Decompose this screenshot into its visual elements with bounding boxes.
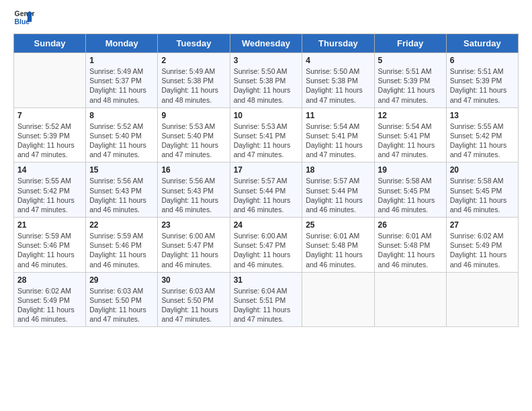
day-info: Sunrise: 5:52 AM Sunset: 5:39 PM Dayligh…	[17, 122, 82, 160]
day-of-week-header: Wednesday	[230, 34, 302, 53]
day-number: 24	[234, 220, 299, 230]
calendar-cell: 12Sunrise: 5:54 AM Sunset: 5:41 PM Dayli…	[374, 107, 446, 163]
day-number: 11	[306, 111, 370, 120]
day-of-week-header: Thursday	[302, 34, 374, 53]
day-info: Sunrise: 5:54 AM Sunset: 5:41 PM Dayligh…	[306, 122, 370, 160]
day-info: Sunrise: 5:49 AM Sunset: 5:37 PM Dayligh…	[89, 66, 154, 105]
day-info: Sunrise: 6:00 AM Sunset: 5:47 PM Dayligh…	[161, 231, 226, 269]
day-of-week-header: Saturday	[446, 34, 518, 53]
day-number: 1	[89, 56, 154, 65]
day-number: 15	[89, 165, 154, 175]
calendar-cell: 11Sunrise: 5:54 AM Sunset: 5:41 PM Dayli…	[302, 107, 374, 163]
day-info: Sunrise: 6:04 AM Sunset: 5:51 PM Dayligh…	[234, 286, 299, 324]
calendar-cell: 10Sunrise: 5:53 AM Sunset: 5:41 PM Dayli…	[230, 107, 302, 163]
day-of-week-header: Sunday	[14, 34, 86, 53]
calendar-cell	[446, 272, 518, 327]
day-info: Sunrise: 5:51 AM Sunset: 5:39 PM Dayligh…	[450, 66, 515, 105]
calendar-cell: 6Sunrise: 5:51 AM Sunset: 5:39 PM Daylig…	[446, 53, 518, 108]
page-header: General Blue	[13, 7, 519, 28]
day-number: 29	[89, 275, 154, 285]
day-info: Sunrise: 5:50 AM Sunset: 5:38 PM Dayligh…	[234, 66, 299, 105]
day-number: 6	[450, 56, 515, 65]
day-number: 22	[89, 220, 154, 230]
calendar-cell: 1Sunrise: 5:49 AM Sunset: 5:37 PM Daylig…	[86, 53, 158, 108]
day-info: Sunrise: 5:49 AM Sunset: 5:38 PM Dayligh…	[161, 66, 226, 105]
day-number: 20	[450, 165, 515, 175]
day-info: Sunrise: 5:59 AM Sunset: 5:46 PM Dayligh…	[17, 231, 82, 269]
calendar-cell: 26Sunrise: 6:01 AM Sunset: 5:48 PM Dayli…	[374, 218, 446, 273]
day-number: 26	[378, 220, 443, 230]
day-info: Sunrise: 5:59 AM Sunset: 5:46 PM Dayligh…	[89, 231, 154, 269]
day-of-week-header: Monday	[86, 34, 158, 53]
day-info: Sunrise: 5:56 AM Sunset: 5:43 PM Dayligh…	[89, 176, 154, 214]
day-number: 23	[161, 220, 226, 230]
calendar-cell: 4Sunrise: 5:50 AM Sunset: 5:38 PM Daylig…	[302, 53, 374, 108]
day-info: Sunrise: 5:50 AM Sunset: 5:38 PM Dayligh…	[306, 66, 370, 105]
day-number: 9	[161, 111, 226, 120]
day-number: 14	[17, 165, 82, 175]
day-info: Sunrise: 5:55 AM Sunset: 5:42 PM Dayligh…	[450, 122, 515, 160]
day-number: 4	[306, 56, 370, 65]
day-info: Sunrise: 6:03 AM Sunset: 5:50 PM Dayligh…	[89, 286, 154, 324]
day-number: 3	[234, 56, 299, 65]
calendar-cell: 20Sunrise: 5:58 AM Sunset: 5:45 PM Dayli…	[446, 163, 518, 218]
calendar-cell: 21Sunrise: 5:59 AM Sunset: 5:46 PM Dayli…	[14, 218, 86, 273]
calendar-table: SundayMondayTuesdayWednesdayThursdayFrid…	[13, 34, 519, 327]
day-info: Sunrise: 6:01 AM Sunset: 5:48 PM Dayligh…	[306, 231, 370, 269]
calendar-cell: 9Sunrise: 5:53 AM Sunset: 5:40 PM Daylig…	[158, 107, 230, 163]
day-info: Sunrise: 5:53 AM Sunset: 5:41 PM Dayligh…	[234, 122, 299, 160]
day-info: Sunrise: 5:55 AM Sunset: 5:42 PM Dayligh…	[17, 176, 82, 214]
day-of-week-header: Tuesday	[158, 34, 230, 53]
day-number: 5	[378, 56, 443, 65]
calendar-cell: 30Sunrise: 6:03 AM Sunset: 5:50 PM Dayli…	[158, 272, 230, 327]
day-info: Sunrise: 5:57 AM Sunset: 5:44 PM Dayligh…	[234, 176, 299, 214]
calendar-cell: 14Sunrise: 5:55 AM Sunset: 5:42 PM Dayli…	[14, 163, 86, 218]
logo: General Blue	[13, 7, 36, 28]
calendar-cell: 22Sunrise: 5:59 AM Sunset: 5:46 PM Dayli…	[86, 218, 158, 273]
day-info: Sunrise: 5:56 AM Sunset: 5:43 PM Dayligh…	[161, 176, 226, 214]
day-info: Sunrise: 6:01 AM Sunset: 5:48 PM Dayligh…	[378, 231, 443, 269]
calendar-cell	[14, 53, 86, 108]
day-number: 19	[378, 165, 443, 175]
logo-icon: General Blue	[13, 7, 35, 28]
day-info: Sunrise: 5:57 AM Sunset: 5:44 PM Dayligh…	[306, 176, 370, 214]
day-info: Sunrise: 6:02 AM Sunset: 5:49 PM Dayligh…	[17, 286, 82, 324]
calendar-cell: 2Sunrise: 5:49 AM Sunset: 5:38 PM Daylig…	[158, 53, 230, 108]
day-number: 8	[89, 111, 154, 120]
calendar-cell: 27Sunrise: 6:02 AM Sunset: 5:49 PM Dayli…	[446, 218, 518, 273]
calendar-cell: 7Sunrise: 5:52 AM Sunset: 5:39 PM Daylig…	[14, 107, 86, 163]
calendar-cell: 19Sunrise: 5:58 AM Sunset: 5:45 PM Dayli…	[374, 163, 446, 218]
calendar-cell: 29Sunrise: 6:03 AM Sunset: 5:50 PM Dayli…	[86, 272, 158, 327]
day-info: Sunrise: 5:58 AM Sunset: 5:45 PM Dayligh…	[450, 176, 515, 214]
calendar-cell: 28Sunrise: 6:02 AM Sunset: 5:49 PM Dayli…	[14, 272, 86, 327]
calendar-cell: 16Sunrise: 5:56 AM Sunset: 5:43 PM Dayli…	[158, 163, 230, 218]
day-number: 28	[17, 275, 82, 285]
calendar-cell: 24Sunrise: 6:00 AM Sunset: 5:47 PM Dayli…	[230, 218, 302, 273]
day-info: Sunrise: 5:52 AM Sunset: 5:40 PM Dayligh…	[89, 122, 154, 160]
day-number: 7	[17, 111, 82, 120]
calendar-cell	[302, 272, 374, 327]
day-number: 30	[161, 275, 226, 285]
day-info: Sunrise: 5:53 AM Sunset: 5:40 PM Dayligh…	[161, 122, 226, 160]
calendar-cell: 23Sunrise: 6:00 AM Sunset: 5:47 PM Dayli…	[158, 218, 230, 273]
calendar-cell: 18Sunrise: 5:57 AM Sunset: 5:44 PM Dayli…	[302, 163, 374, 218]
calendar-cell	[374, 272, 446, 327]
day-number: 12	[378, 111, 443, 120]
calendar-cell: 13Sunrise: 5:55 AM Sunset: 5:42 PM Dayli…	[446, 107, 518, 163]
day-info: Sunrise: 6:03 AM Sunset: 5:50 PM Dayligh…	[161, 286, 226, 324]
day-info: Sunrise: 5:58 AM Sunset: 5:45 PM Dayligh…	[378, 176, 443, 214]
calendar-cell: 31Sunrise: 6:04 AM Sunset: 5:51 PM Dayli…	[230, 272, 302, 327]
calendar-cell: 17Sunrise: 5:57 AM Sunset: 5:44 PM Dayli…	[230, 163, 302, 218]
calendar-cell: 25Sunrise: 6:01 AM Sunset: 5:48 PM Dayli…	[302, 218, 374, 273]
day-number: 16	[161, 165, 226, 175]
day-of-week-header: Friday	[374, 34, 446, 53]
day-info: Sunrise: 5:51 AM Sunset: 5:39 PM Dayligh…	[378, 66, 443, 105]
day-number: 31	[234, 275, 299, 285]
day-number: 17	[234, 165, 299, 175]
day-number: 2	[161, 56, 226, 65]
day-info: Sunrise: 6:02 AM Sunset: 5:49 PM Dayligh…	[450, 231, 515, 269]
day-number: 10	[234, 111, 299, 120]
calendar-cell: 8Sunrise: 5:52 AM Sunset: 5:40 PM Daylig…	[86, 107, 158, 163]
day-number: 18	[306, 165, 370, 175]
day-info: Sunrise: 5:54 AM Sunset: 5:41 PM Dayligh…	[378, 122, 443, 160]
